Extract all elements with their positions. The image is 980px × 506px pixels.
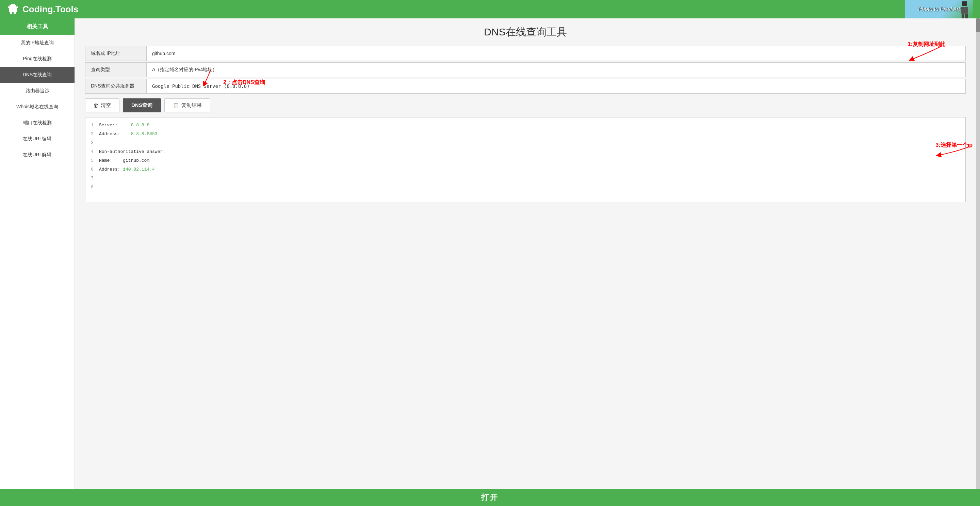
dns-server-label: DNS查询公共服务器 <box>86 79 147 93</box>
query-type-value: A（指定域名对应的IPv4地址） <box>147 63 966 77</box>
sidebar-item-port[interactable]: 端口在线检测 <box>0 115 75 131</box>
header: Coding.Tools Photo to Pixel Art <box>0 0 980 18</box>
svg-rect-0 <box>11 4 15 6</box>
result-line-4: 4 Non-authoritative answer: <box>91 147 960 156</box>
logo-text: Coding.Tools <box>22 4 78 14</box>
dns-query-button[interactable]: DNS查询 <box>123 98 161 112</box>
sidebar-item-my-ip[interactable]: 我的IP地址查询 <box>0 35 75 51</box>
footer-bar: 打开 <box>0 489 980 506</box>
result-line-6[interactable]: 6 Address: 140.82.114.4 <box>91 165 960 174</box>
logo[interactable]: Coding.Tools <box>7 3 78 15</box>
form-annotation-wrapper: 域名或 IP地址 1:复制网址到此 查询类型 A（指定域名对应 <box>85 46 966 202</box>
result-area: 1 Server: 8.8.8.8 2 Address: 8.8.8.8#53 … <box>85 117 966 202</box>
result-line-1: 1 Server: 8.8.8.8 <box>91 121 960 130</box>
result-line-2: 2 Address: 8.8.8.8#53 <box>91 130 960 139</box>
domain-input[interactable] <box>147 46 966 61</box>
domain-label: 域名或 IP地址 <box>86 46 147 61</box>
sidebar-item-url-decode[interactable]: 在线URL解码 <box>0 147 75 163</box>
scrollbar-thumb[interactable] <box>976 18 980 32</box>
result-wrapper: 1 Server: 8.8.8.8 2 Address: 8.8.8.8#53 … <box>85 117 966 202</box>
result-line-7: 7 <box>91 174 960 183</box>
sidebar-item-ping[interactable]: Ping在线检测 <box>0 51 75 67</box>
sidebar-item-whois[interactable]: Whois域名在线查询 <box>0 99 75 115</box>
domain-row: 域名或 IP地址 <box>85 46 966 61</box>
button-row: 🗑 清空 DNS查询 📋 复制结果 <box>85 98 966 112</box>
logo-icon <box>7 3 19 15</box>
header-banner[interactable]: Photo to Pixel Art <box>905 0 973 18</box>
open-button[interactable]: 打开 <box>481 492 499 503</box>
sidebar-item-traceroute[interactable]: 路由器追踪 <box>0 83 75 99</box>
sidebar-header: 相关工具 <box>0 18 75 35</box>
result-line-8: 8 <box>91 183 960 192</box>
copy-result-button[interactable]: 📋 复制结果 <box>164 98 210 112</box>
clear-button[interactable]: 🗑 清空 <box>85 98 119 112</box>
svg-rect-5 <box>10 12 12 14</box>
main-layout: 相关工具 我的IP地址查询 Ping在线检测 DNS在线查询 路由器追踪 Who… <box>0 18 980 489</box>
query-type-row: 查询类型 A（指定域名对应的IPv4地址） <box>85 62 966 77</box>
dns-server-row: DNS查询公共服务器 Google Public DNS Server (8.8… <box>85 79 966 94</box>
scrollbar[interactable] <box>976 18 980 489</box>
page-title: DNS在线查询工具 <box>85 25 966 39</box>
sidebar-item-dns[interactable]: DNS在线查询 <box>0 67 75 83</box>
sidebar: 相关工具 我的IP地址查询 Ping在线检测 DNS在线查询 路由器追踪 Who… <box>0 18 75 489</box>
svg-rect-3 <box>8 6 18 8</box>
svg-rect-4 <box>9 8 17 12</box>
copy-icon: 📋 <box>173 102 179 109</box>
query-type-label: 查询类型 <box>86 63 147 77</box>
result-line-5: 5 Name: github.com <box>91 156 960 165</box>
content-area: DNS在线查询工具 域名或 IP地址 1:复制网址到此 <box>75 18 976 489</box>
pixel-art-label: Photo to Pixel Art <box>918 6 960 12</box>
svg-rect-6 <box>14 12 16 14</box>
trash-icon: 🗑 <box>94 102 99 108</box>
dns-server-value: Google Public DNS Server (8.8.8.8) <box>147 79 966 93</box>
sidebar-item-url-encode[interactable]: 在线URL编码 <box>0 131 75 147</box>
result-line-3: 3 <box>91 139 960 147</box>
result-lines: 1 Server: 8.8.8.8 2 Address: 8.8.8.8#53 … <box>86 118 966 195</box>
dns-server-row-wrapper: 2：点击DNS查询 DNS查询公共服务器 Google Public DNS S… <box>85 79 966 94</box>
